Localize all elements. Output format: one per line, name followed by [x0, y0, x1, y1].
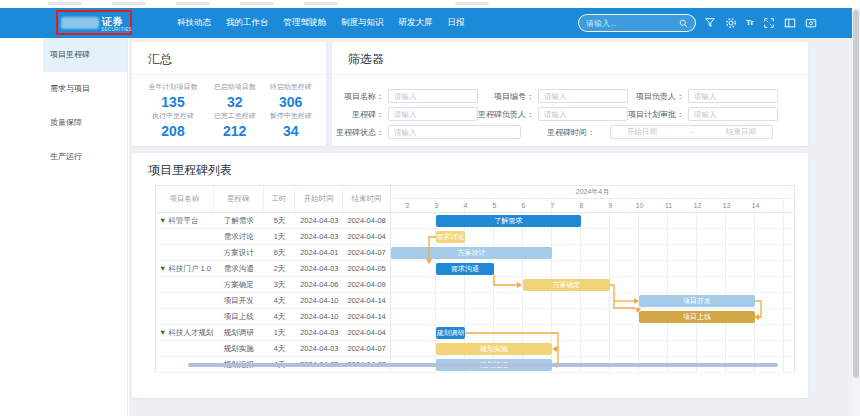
cell-project-name: ▼ 科技人才规划 — [156, 325, 214, 340]
vertical-scrollbar-thumb[interactable] — [853, 10, 859, 378]
fullscreen-icon[interactable] — [763, 17, 775, 29]
field-label-milestone-time: 里程碑时间： — [546, 125, 595, 140]
stat-label: 全年计划项目数 — [140, 82, 206, 92]
table-row[interactable]: ▼ 科技门户 1.0 需求沟通 2天 2024-04-03 2024-04-05 — [156, 261, 390, 277]
gantt-bar[interactable]: 项目上线 — [639, 311, 755, 323]
horizontal-scrollbar-thumb[interactable] — [188, 363, 778, 367]
stat-label: 暂停中里程碑 — [263, 111, 318, 121]
cell-project-name — [156, 229, 214, 244]
settings-icon[interactable] — [725, 17, 737, 29]
global-search[interactable] — [578, 14, 696, 32]
summary-title: 汇总 — [148, 51, 172, 68]
cell-project-name — [156, 293, 214, 308]
cell-project-name — [156, 245, 214, 260]
table-row[interactable]: 方案确定 3天 2024-04-06 2024-04-09 — [156, 277, 390, 293]
table-row[interactable]: 需求讨论 1天 2024-04-03 2024-04-04 — [156, 229, 390, 245]
cell-hours: 6天 — [264, 245, 296, 260]
milestone-owner-input[interactable] — [538, 107, 628, 121]
field-label-milestone-status: 里程碑状态： — [334, 125, 384, 140]
capture-icon[interactable] — [805, 17, 817, 29]
sidebar-item[interactable]: 项目里程碑 — [43, 38, 127, 72]
project-no-input[interactable] — [538, 89, 628, 103]
col-header-end: 结束时间 — [343, 186, 390, 212]
cell-start-date: 2024-04-06 — [295, 277, 343, 292]
gantt-bar[interactable]: 需求讨论 — [436, 231, 465, 243]
milestone-input[interactable] — [388, 107, 478, 121]
filter-icon[interactable] — [704, 17, 716, 29]
milestone-status-input[interactable] — [388, 125, 521, 139]
nav-item[interactable]: 管理驾驶舱 — [284, 17, 327, 29]
table-row[interactable]: 方案设计 6天 2024-04-01 2024-04-07 — [156, 245, 390, 261]
field-label-project-no: 项目编号： — [478, 89, 534, 104]
cell-milestone: 方案确定 — [214, 277, 264, 292]
cell-hours: 4天 — [264, 309, 296, 324]
stat-label: 执行中里程碑 — [140, 111, 206, 121]
milestone-table: 项目名称 里程碑 工时 开始时间 结束时间 2024年4月 2345678910… — [155, 185, 795, 373]
table-row[interactable]: ▼ 科技人才规划 规划调研 1天 2024-04-03 2024-04-04 — [156, 325, 390, 341]
search-icon[interactable] — [679, 19, 688, 28]
cell-end-date: 2024-04-08 — [343, 213, 390, 228]
table-row[interactable]: 项目开发 4天 2024-04-10 2024-04-14 — [156, 293, 390, 309]
table-row[interactable]: 规划实施 4天 2024-04-03 2024-04-07 — [156, 341, 390, 357]
gantt-bar[interactable]: 方案设计 — [391, 247, 552, 259]
project-name-input[interactable] — [388, 89, 478, 103]
layout-icon[interactable] — [784, 17, 796, 29]
cell-end-date: 2024-04-07 — [343, 341, 390, 356]
cell-end-date: 2024-04-07 — [343, 245, 390, 260]
nav-item[interactable]: 研发大屏 — [399, 17, 433, 29]
table-row[interactable]: ▼ 科管平台 了解需求 5天 2024-04-03 2024-04-08 — [156, 213, 390, 229]
sidebar-item[interactable]: 需求与项目 — [43, 72, 127, 106]
cell-start-date: 2024-04-01 — [295, 245, 343, 260]
col-header-start: 开始时间 — [295, 186, 343, 212]
gantt-bar[interactable]: 方案确定 — [523, 279, 610, 291]
gantt-bar[interactable]: 规划调研 — [436, 327, 465, 339]
filter-row-1: 项目名称： 项目编号： 项目负责人： — [332, 89, 808, 104]
summary-stats: 全年计划项目数 135 已启动项目数 32 待启动里程碑 306 执行中里程碑 … — [140, 82, 318, 140]
table-row[interactable]: 项目上线 4天 2024-04-10 2024-04-14 — [156, 309, 390, 325]
sidebar-item[interactable]: 生产运行 — [43, 140, 127, 174]
gantt-area: 了解需求需求讨论方案设计需求沟通方案确定项目开发项目上线规划调研规划实施规划汇报 — [391, 213, 794, 373]
nav-item[interactable]: 日报 — [448, 17, 465, 29]
logo-redacted-blob — [61, 17, 99, 29]
sidebar-item[interactable]: 质量保障 — [43, 106, 127, 140]
summary-card: 汇总 全年计划项目数 135 已启动项目数 32 待启动里程碑 306 执行中里… — [132, 42, 326, 146]
cell-start-date: 2024-04-03 — [295, 325, 343, 340]
top-bar: 证券 SECURITIES 科技动态我的工作台管理驾驶舱制度与知识研发大屏日报 … — [0, 8, 860, 38]
tab-hint — [304, 2, 338, 5]
nav-item[interactable]: 制度与知识 — [341, 17, 384, 29]
gantt-day-label: 8 — [567, 199, 596, 213]
logo-annotation-box: 证券 SECURITIES — [56, 10, 132, 35]
nav-item[interactable]: 我的工作台 — [226, 17, 269, 29]
date-start-placeholder: 开始日期 — [627, 127, 657, 137]
font-size-icon[interactable]: Tr — [746, 17, 754, 29]
cell-milestone: 项目上线 — [214, 309, 264, 324]
gantt-bar[interactable]: 了解需求 — [436, 215, 581, 227]
filter-title: 筛选器 — [348, 51, 384, 68]
field-label-project-owner: 项目负责人： — [622, 89, 684, 104]
gantt-day-label: 7 — [538, 199, 567, 213]
gantt-bar[interactable]: 规划实施 — [436, 343, 552, 355]
cell-hours: 3天 — [264, 277, 296, 292]
tab-hint — [48, 2, 82, 5]
nav-item[interactable]: 科技动态 — [177, 17, 211, 29]
summary-stat: 已完工里程碑 212 — [206, 111, 263, 140]
gantt-day-row: 234567891011121314 — [391, 199, 794, 212]
vertical-scrollbar-track[interactable] — [852, 8, 860, 416]
cell-end-date: 2024-04-09 — [343, 277, 390, 292]
gantt-day-label: 4 — [451, 199, 480, 213]
milestone-date-range-input[interactable]: 开始日期 ~ 结束日期 — [610, 125, 773, 139]
gantt-bar[interactable]: 需求沟通 — [436, 263, 494, 275]
gantt-bar[interactable]: 项目开发 — [639, 295, 755, 307]
gantt-day-label: 2 — [393, 199, 422, 213]
gantt-day-label: 13 — [712, 199, 741, 213]
summary-stat: 执行中里程碑 208 — [140, 111, 206, 140]
gantt-day-label: 11 — [654, 199, 683, 213]
plan-approval-input[interactable] — [688, 107, 778, 121]
cell-hours: 4天 — [264, 341, 296, 356]
divider — [132, 74, 326, 75]
project-owner-input[interactable] — [688, 89, 778, 103]
cell-start-date: 2024-04-03 — [295, 261, 343, 276]
gantt-day-label: 5 — [480, 199, 509, 213]
filter-card: 筛选器 项目名称： 项目编号： 项目负责人： 里程碑： 里程碑负责人： 项目计划… — [332, 42, 808, 146]
search-input[interactable] — [586, 19, 679, 28]
